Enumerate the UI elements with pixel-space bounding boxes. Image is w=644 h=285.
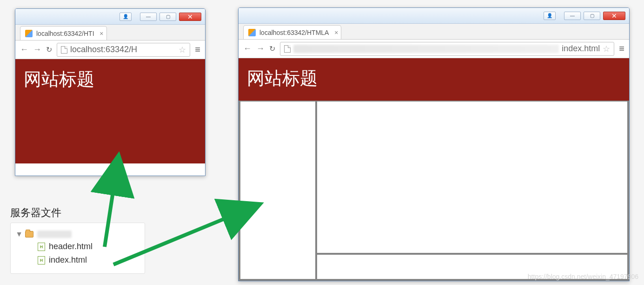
minimize-button[interactable]: — [564,12,581,20]
expand-icon[interactable]: ▶ [16,232,23,237]
navbar: ← → ↻ localhost:63342/H ☆ ≡ [15,41,205,59]
file-name: index.html [49,255,87,265]
titlebar: 👤 — ▢ ✕ [239,8,629,24]
tree-file-index[interactable]: index.html [38,253,138,267]
frameset [239,101,629,281]
tab-close-icon[interactable]: × [334,29,338,36]
maximize-button[interactable]: ▢ [584,12,600,20]
tree-file-header[interactable]: header.html [38,240,138,253]
close-button[interactable]: ✕ [179,13,201,21]
url-input[interactable]: index.html ☆ [280,42,614,56]
page-title: 网站标题 [24,68,197,91]
tree-folder-row[interactable]: ▶ [17,229,138,240]
favicon-icon [25,30,33,37]
tab-close-icon[interactable]: × [100,30,103,37]
url-blurred [293,45,559,53]
menu-icon[interactable]: ≡ [195,44,200,55]
page-title: 网站标题 [247,67,621,90]
reload-icon[interactable]: ↻ [269,44,275,53]
page-header: 网站标题 [15,59,205,163]
minimize-button[interactable]: — [140,13,157,21]
titlebar: 👤 — ▢ ✕ [15,9,205,25]
browser-window-index: 👤 — ▢ ✕ localhost:63342/HTMLA × ← → ↻ in… [238,7,630,281]
file-tree: ▶ header.html index.html [10,223,145,274]
forward-icon[interactable]: → [256,44,265,54]
html-file-icon [38,243,45,251]
url-text: localhost:63342/H [70,45,137,54]
back-icon[interactable]: ← [243,44,252,54]
user-icon[interactable]: 👤 [120,13,132,21]
server-files-panel: 服务器文件 ▶ header.html index.html [10,206,145,274]
back-icon[interactable]: ← [20,45,28,54]
tab-strip: localhost:63342/HTI × [15,25,205,41]
page-content: 网站标题 [239,58,629,281]
page-icon [284,45,291,53]
menu-icon[interactable]: ≡ [619,43,624,54]
maximize-button[interactable]: ▢ [159,13,176,21]
forward-icon[interactable]: → [33,45,41,54]
user-icon[interactable]: 👤 [544,12,556,20]
watermark: https://blog.csdn.net/weixin_47197906 [528,273,638,280]
reload-icon[interactable]: ↻ [46,45,52,54]
folder-name-blurred [37,231,72,238]
tab-title: localhost:63342/HTMLA [259,29,329,36]
frame-left [239,101,316,280]
favicon-icon [248,29,256,36]
star-icon[interactable]: ☆ [603,44,610,54]
url-suffix: index.html [562,44,600,54]
tab-title: localhost:63342/HTI [36,30,94,37]
browser-tab[interactable]: localhost:63342/HTMLA × [243,25,341,39]
browser-tab[interactable]: localhost:63342/HTI × [20,26,107,40]
frame-main [316,101,628,254]
page-content: 网站标题 [15,59,205,176]
section-title: 服务器文件 [10,206,145,220]
url-input[interactable]: localhost:63342/H ☆ [57,43,190,57]
file-name: header.html [49,242,93,251]
page-icon [61,46,67,54]
tab-strip: localhost:63342/HTMLA × [239,24,629,40]
browser-window-header: 👤 — ▢ ✕ localhost:63342/HTI × ← → ↻ loca… [15,8,206,176]
close-button[interactable]: ✕ [603,12,625,20]
page-header: 网站标题 [239,58,629,101]
navbar: ← → ↻ index.html ☆ ≡ [239,40,629,58]
html-file-icon [38,256,45,265]
star-icon[interactable]: ☆ [179,45,186,55]
folder-icon [25,231,33,238]
